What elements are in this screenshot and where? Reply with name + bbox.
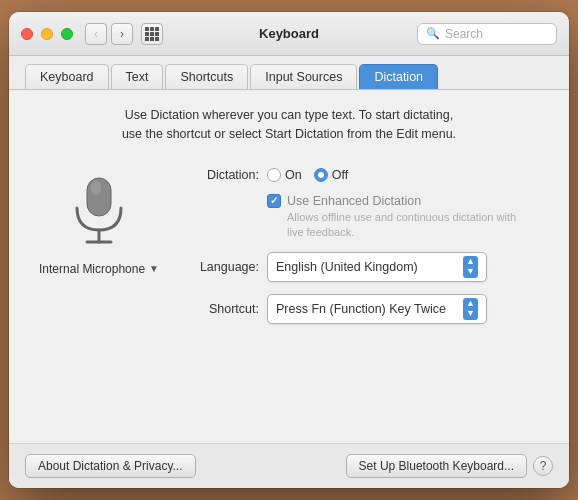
traffic-lights (21, 28, 73, 40)
description-line1: Use Dictation wherever you can type text… (69, 106, 509, 125)
microphone-icon (69, 176, 129, 251)
keyboard-window: ‹ › Keyboard 🔍 Keyboard Text Shortcuts I… (9, 12, 569, 488)
dictation-row: Dictation: On Off (169, 168, 549, 182)
microphone-label: Internal Microphone (39, 262, 145, 276)
shortcut-select-arrows-icon: ▲▼ (463, 298, 478, 320)
microphone-icon-container (59, 174, 139, 254)
close-button[interactable] (21, 28, 33, 40)
microphone-section: Internal Microphone ▼ (29, 164, 169, 428)
dictation-label: Dictation: (169, 168, 259, 182)
shortcut-row: Shortcut: Press Fn (Function) Key Twice … (169, 294, 549, 324)
search-icon: 🔍 (426, 27, 440, 40)
dictation-on-option[interactable]: On (267, 168, 302, 182)
language-value: English (United Kingdom) (276, 260, 418, 274)
bluetooth-keyboard-button[interactable]: Set Up Bluetooth Keyboard... (346, 454, 527, 478)
tabs-bar: Keyboard Text Shortcuts Input Sources Di… (9, 56, 569, 89)
enhanced-row: Use Enhanced Dictation Allows offline us… (169, 194, 549, 241)
shortcut-select[interactable]: Press Fn (Function) Key Twice ▲▼ (267, 294, 487, 324)
enhanced-sublabel2: live feedback. (287, 226, 354, 238)
nav-buttons: ‹ › (85, 23, 133, 45)
bottom-bar: About Dictation & Privacy... Set Up Blue… (9, 443, 569, 488)
dictation-on-radio[interactable] (267, 168, 281, 182)
language-row: Language: English (United Kingdom) ▲▼ (169, 252, 549, 282)
dictation-off-radio[interactable] (314, 168, 328, 182)
privacy-button[interactable]: About Dictation & Privacy... (25, 454, 196, 478)
grid-icon (145, 27, 159, 41)
bottom-left: About Dictation & Privacy... (25, 454, 338, 478)
dictation-on-label: On (285, 168, 302, 182)
enhanced-checkbox-item[interactable]: Use Enhanced Dictation (267, 194, 516, 208)
description-line2: use the shortcut or select Start Dictati… (69, 125, 509, 144)
help-button[interactable]: ? (533, 456, 553, 476)
minimize-button[interactable] (41, 28, 53, 40)
search-input[interactable] (445, 27, 548, 41)
dictation-off-label: Off (332, 168, 348, 182)
maximize-button[interactable] (61, 28, 73, 40)
dictation-radio-group: On Off (267, 168, 348, 182)
shortcut-value: Press Fn (Function) Key Twice (276, 302, 446, 316)
window-title: Keyboard (259, 26, 319, 41)
language-select[interactable]: English (United Kingdom) ▲▼ (267, 252, 487, 282)
back-button[interactable]: ‹ (85, 23, 107, 45)
search-box[interactable]: 🔍 (417, 23, 557, 45)
language-select-arrows-icon: ▲▼ (463, 256, 478, 278)
main-area: Internal Microphone ▼ Dictation: On (29, 164, 549, 428)
tab-input-sources[interactable]: Input Sources (250, 64, 357, 89)
enhanced-checkbox-label: Use Enhanced Dictation (287, 194, 421, 208)
content-inner: Use Dictation wherever you can type text… (9, 90, 569, 443)
bottom-right: Set Up Bluetooth Keyboard... ? (346, 454, 553, 478)
settings-section: Dictation: On Off (169, 164, 549, 428)
enhanced-sublabel: Allows offline use and continuous dictat… (287, 210, 516, 241)
tab-shortcuts[interactable]: Shortcuts (165, 64, 248, 89)
tab-keyboard[interactable]: Keyboard (25, 64, 109, 89)
grid-view-button[interactable] (141, 23, 163, 45)
forward-button[interactable]: › (111, 23, 133, 45)
tab-dictation[interactable]: Dictation (359, 64, 438, 89)
content-area: Use Dictation wherever you can type text… (9, 89, 569, 488)
enhanced-checkbox[interactable] (267, 194, 281, 208)
dictation-off-option[interactable]: Off (314, 168, 348, 182)
enhanced-sublabel1: Allows offline use and continuous dictat… (287, 211, 516, 223)
svg-rect-1 (91, 181, 101, 195)
enhanced-checkbox-row: Use Enhanced Dictation Allows offline us… (267, 194, 516, 241)
description: Use Dictation wherever you can type text… (29, 106, 549, 144)
tab-text[interactable]: Text (111, 64, 164, 89)
microphone-dropdown[interactable]: Internal Microphone ▼ (39, 262, 159, 276)
language-label: Language: (169, 260, 259, 274)
microphone-chevron-icon: ▼ (149, 263, 159, 274)
titlebar: ‹ › Keyboard 🔍 (9, 12, 569, 56)
shortcut-label: Shortcut: (169, 302, 259, 316)
